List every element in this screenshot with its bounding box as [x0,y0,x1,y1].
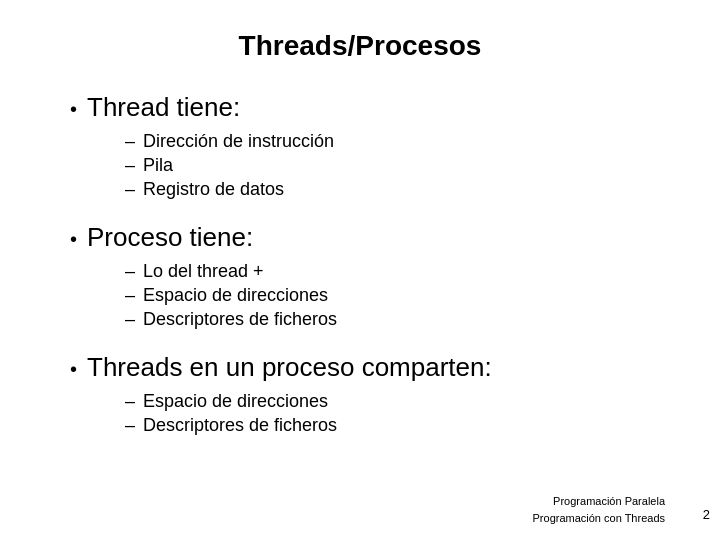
bullet-dot-1: • [70,99,77,119]
bullet-proceso-label: Proceso tiene: [87,222,253,253]
thread-sub-text-1: Dirección de instrucción [143,131,334,152]
proceso-sub-item-2: – Espacio de direcciones [125,285,670,306]
comparten-sub-item-1: – Espacio de direcciones [125,391,670,412]
comparten-sub-list: – Espacio de direcciones – Descriptores … [125,391,670,436]
dash-5: – [125,285,135,306]
thread-sub-item-1: – Dirección de instrucción [125,131,670,152]
footer-page: 2 [703,507,710,522]
comparten-sub-text-1: Espacio de direcciones [143,391,328,412]
comparten-sub-item-2: – Descriptores de ficheros [125,415,670,436]
slide-title: Threads/Procesos [50,30,670,62]
dash-1: – [125,131,135,152]
dash-8: – [125,415,135,436]
slide: Threads/Procesos • Thread tiene: – Direc… [0,0,720,540]
bullet-dot-3: • [70,359,77,379]
thread-sub-text-2: Pila [143,155,173,176]
bullet-proceso-main: • Proceso tiene: [70,222,670,253]
footer: Programación Paralela Programación con T… [533,493,665,526]
proceso-sub-list: – Lo del thread + – Espacio de direccion… [125,261,670,330]
dash-7: – [125,391,135,412]
footer-line2: Programación con Threads [533,510,665,527]
dash-2: – [125,155,135,176]
bullet-comparten-label: Threads en un proceso comparten: [87,352,492,383]
bullet-comparten-main: • Threads en un proceso comparten: [70,352,670,383]
bullet-thread-label: Thread tiene: [87,92,240,123]
section-comparten: • Threads en un proceso comparten: – Esp… [70,352,670,436]
dash-4: – [125,261,135,282]
proceso-sub-text-2: Espacio de direcciones [143,285,328,306]
bullet-dot-2: • [70,229,77,249]
dash-3: – [125,179,135,200]
thread-sub-text-3: Registro de datos [143,179,284,200]
proceso-sub-text-3: Descriptores de ficheros [143,309,337,330]
bullet-thread-main: • Thread tiene: [70,92,670,123]
thread-sub-list: – Dirección de instrucción – Pila – Regi… [125,131,670,200]
footer-line1: Programación Paralela [533,493,665,510]
proceso-sub-item-1: – Lo del thread + [125,261,670,282]
proceso-sub-text-1: Lo del thread + [143,261,264,282]
slide-content: • Thread tiene: – Dirección de instrucci… [50,92,670,436]
section-thread: • Thread tiene: – Dirección de instrucci… [70,92,670,200]
proceso-sub-item-3: – Descriptores de ficheros [125,309,670,330]
dash-6: – [125,309,135,330]
thread-sub-item-2: – Pila [125,155,670,176]
section-proceso: • Proceso tiene: – Lo del thread + – Esp… [70,222,670,330]
thread-sub-item-3: – Registro de datos [125,179,670,200]
comparten-sub-text-2: Descriptores de ficheros [143,415,337,436]
